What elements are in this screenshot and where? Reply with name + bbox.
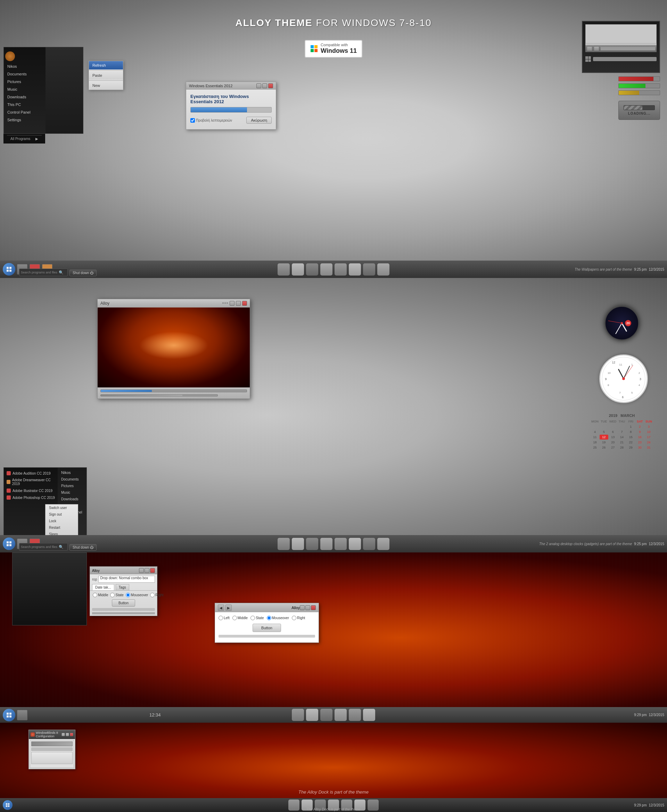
s3d2-fwd-btn[interactable]: ▶ xyxy=(226,604,232,611)
dock-icon-8[interactable] xyxy=(377,263,390,276)
dock-icon-4[interactable] xyxy=(320,263,332,276)
start-button-4[interactable] xyxy=(3,800,13,810)
dock3-icon-1[interactable] xyxy=(292,709,304,721)
sm2-documents[interactable]: Documents xyxy=(59,476,85,483)
dock-icon-7[interactable] xyxy=(363,263,375,276)
s3-tab-2[interactable]: Tags xyxy=(116,584,129,590)
s3-radio-right-input[interactable] xyxy=(150,593,154,597)
s3d2-radio-mouseover-input[interactable] xyxy=(267,616,271,620)
shutdown-sign-out[interactable]: Sign out xyxy=(45,511,78,518)
s3d2-close-btn[interactable] xyxy=(311,605,316,610)
s3-radio-mouseover-input[interactable] xyxy=(126,593,130,597)
dock2-icon-2[interactable] xyxy=(292,538,304,550)
we-max-btn[interactable] xyxy=(262,83,267,88)
sm-thispc[interactable]: This PC xyxy=(4,101,45,108)
dock4-icon-1[interactable] xyxy=(288,799,299,810)
alloy-seekbar[interactable] xyxy=(100,390,247,392)
taskbar-icon-s3-1[interactable] xyxy=(17,710,27,720)
s3d2-back-btn[interactable]: ◀ xyxy=(218,604,224,611)
dock4-icon-7[interactable] xyxy=(368,799,379,810)
dock-icon-6[interactable] xyxy=(349,263,361,276)
we-min-btn[interactable] xyxy=(256,83,261,88)
context-menu-refresh[interactable]: Refresh xyxy=(89,61,123,70)
sm2-downloads[interactable]: Downloads xyxy=(59,496,85,502)
s3d2-radio-right-input[interactable] xyxy=(292,616,296,620)
s3-tab-1[interactable]: Date tak... xyxy=(92,584,114,590)
s3d2-min-btn[interactable] xyxy=(300,605,305,610)
s3-scrollbar[interactable] xyxy=(92,608,155,611)
sm2-music[interactable]: Music xyxy=(59,489,85,496)
sm2-app-4[interactable]: Adobe Photoshop CC 2019 xyxy=(4,494,58,501)
s3d2-max-btn[interactable] xyxy=(305,605,310,610)
start-button-3[interactable] xyxy=(3,709,15,721)
sm-settings[interactable]: Settings xyxy=(4,116,45,124)
s3-radio-state-input[interactable] xyxy=(110,593,114,597)
we-cancel-button[interactable]: Ακύρωση xyxy=(246,117,272,124)
s3-min-btn[interactable] xyxy=(139,568,144,573)
start-button-2[interactable] xyxy=(3,538,15,550)
s3-radio-middle-input[interactable] xyxy=(93,593,97,597)
s3-max-btn[interactable] xyxy=(144,568,149,573)
dock3-icon-6[interactable] xyxy=(363,709,375,721)
alloy-max-btn[interactable] xyxy=(236,301,241,306)
sm-downloads[interactable]: Downloads xyxy=(4,93,45,101)
dock2-icon-1[interactable] xyxy=(277,538,290,550)
dock-icon-1[interactable] xyxy=(277,263,290,276)
all-programs-link[interactable]: All Programs ▶ xyxy=(7,135,41,142)
wb-max[interactable] xyxy=(66,733,69,736)
alloy-volume[interactable] xyxy=(100,394,218,397)
s3-scrollbar-h[interactable] xyxy=(92,612,155,614)
wb-min[interactable] xyxy=(61,733,65,736)
search-box-2[interactable]: Search programs and files 🔍 xyxy=(19,543,68,551)
dock2-icon-6[interactable] xyxy=(349,538,361,550)
sm2-pictures[interactable]: Pictures xyxy=(59,483,85,489)
cal-cell: 18 xyxy=(591,440,599,445)
dock2-icon-3[interactable] xyxy=(306,538,318,550)
wb-close[interactable] xyxy=(70,733,73,736)
cal-cell: 17 xyxy=(644,435,653,440)
s3d2-scrollbar[interactable] xyxy=(219,635,315,638)
dock-icon-3[interactable] xyxy=(306,263,318,276)
s3d2-button[interactable]: Button xyxy=(252,624,281,632)
alloy-min-btn[interactable] xyxy=(230,301,234,306)
s3-combo-box[interactable]: Drop down: Normal combo box xyxy=(98,576,155,583)
s3d2-radio-middle-input[interactable] xyxy=(232,616,237,620)
dock-icon-5[interactable] xyxy=(335,263,347,276)
we-close-btn[interactable] xyxy=(268,83,273,88)
dock-icon-2[interactable] xyxy=(292,263,304,276)
dock2-icon-8[interactable] xyxy=(377,538,390,550)
dock2-icon-7[interactable] xyxy=(363,538,375,550)
dock2-icon-4[interactable] xyxy=(320,538,332,550)
shutdown-restart[interactable]: Restart xyxy=(45,524,78,531)
sm-pictures[interactable]: Pictures xyxy=(4,78,45,85)
sm-controlpanel[interactable]: Control Panel xyxy=(4,108,45,116)
svg-rect-2 xyxy=(310,49,314,52)
dock3-icon-3[interactable] xyxy=(320,709,332,721)
shutdown-lock[interactable]: Lock xyxy=(45,518,78,524)
context-menu-paste[interactable]: Paste xyxy=(89,71,123,80)
s3d2-radio-state-input[interactable] xyxy=(251,616,255,620)
svg-rect-26 xyxy=(9,541,12,543)
alloy-close-btn[interactable] xyxy=(242,301,247,306)
dock3-icon-2[interactable] xyxy=(306,709,318,721)
sm-documents[interactable]: Documents xyxy=(4,70,45,78)
shutdown-button-2[interactable]: Shut down ⏻ xyxy=(70,544,96,551)
s3-button[interactable]: Button xyxy=(112,599,135,607)
search-box-1[interactable]: Search programs and files 🔍 xyxy=(19,269,68,276)
s3-close-btn[interactable] xyxy=(150,568,155,573)
sm2-app-2[interactable]: Adobe Dreamweaver CC 2019 xyxy=(4,477,58,487)
shutdown-button-1[interactable]: Shut down ⏻ xyxy=(70,270,96,276)
s3d2-radio-left-input[interactable] xyxy=(219,616,223,620)
dock3-icon-5[interactable] xyxy=(349,709,361,721)
sm2-app-3[interactable]: Adobe Illustrator CC 2019 xyxy=(4,487,58,494)
shutdown-switch-user[interactable]: Switch user xyxy=(45,505,78,511)
sm2-app-1[interactable]: Adobe Audition CC 2019 xyxy=(4,470,58,477)
we-checkbox[interactable] xyxy=(190,118,195,123)
second-hand-dark xyxy=(608,321,622,324)
sm-music[interactable]: Music xyxy=(4,85,45,93)
minute-hand-dark xyxy=(615,323,622,334)
start-button-1[interactable] xyxy=(3,263,15,276)
context-menu-new[interactable]: New xyxy=(89,81,123,90)
dock3-icon-4[interactable] xyxy=(335,709,347,721)
dock2-icon-5[interactable] xyxy=(335,538,347,550)
